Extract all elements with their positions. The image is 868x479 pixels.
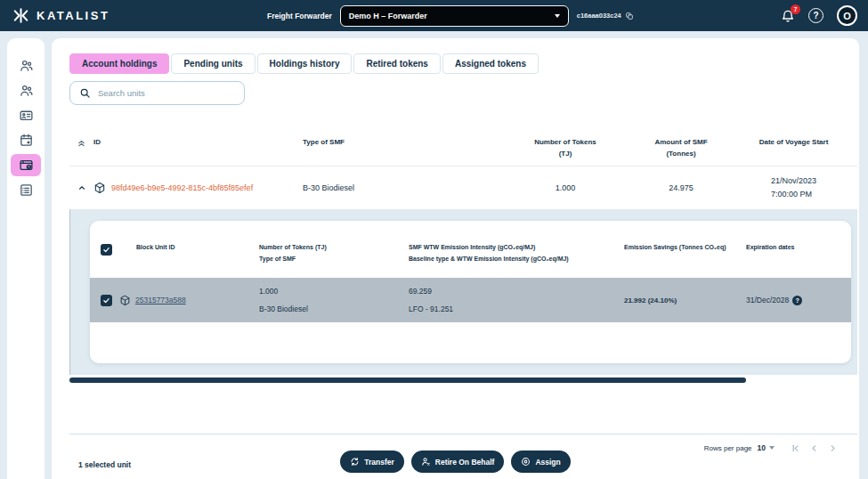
collapse-all-icon[interactable] bbox=[77, 138, 86, 148]
org-select-value: Demo H – Forwarder bbox=[349, 12, 427, 20]
sidebar-item-account-holdings[interactable] bbox=[11, 154, 41, 176]
search-box bbox=[69, 81, 245, 105]
id-card-icon bbox=[19, 108, 34, 123]
sidebar-item-users[interactable] bbox=[11, 54, 41, 77]
brand: KATALIST bbox=[12, 0, 110, 31]
sidebar bbox=[7, 38, 45, 479]
avatar[interactable]: O bbox=[837, 5, 857, 26]
cell-tokens-type: 1.000 B-30 Biodiesel bbox=[255, 287, 402, 313]
col-header-intensity-baseline: SMF WTW Emission Intensity (gCO₂eq/MJ) B… bbox=[402, 244, 624, 278]
copy-icon[interactable] bbox=[625, 12, 634, 20]
select-all-checkbox[interactable] bbox=[101, 244, 112, 256]
col-header-block-unit-id: Block Unit ID bbox=[119, 244, 255, 278]
chevron-up-icon[interactable] bbox=[77, 183, 86, 192]
col-header-savings: Emission Savings (Tonnes CO₂eq) bbox=[624, 244, 735, 278]
cell-type: B-30 Biodiesel bbox=[303, 183, 499, 192]
retire-on-behalf-button[interactable]: Retire On Behalf bbox=[411, 451, 505, 473]
holdings-wallet-icon bbox=[19, 158, 34, 173]
block-unit-id-link[interactable]: 25315773a588 bbox=[135, 296, 186, 304]
col-header-amount: Amount of SMF (Tonnes) bbox=[632, 138, 730, 158]
action-buttons: Transfer Retire On Behalf Assign bbox=[52, 451, 859, 473]
target-circle-icon bbox=[521, 457, 531, 467]
users-group-icon bbox=[19, 83, 34, 98]
person-remove-icon bbox=[421, 457, 431, 467]
search-input[interactable] bbox=[98, 88, 235, 98]
col-header-id: ID bbox=[93, 138, 303, 146]
holdings-table-header: ID Type of SMF Number of Tokens (TJ) Amo… bbox=[69, 138, 857, 158]
col-header-date: Date of Voyage Start bbox=[730, 138, 857, 146]
calendar-icon bbox=[19, 133, 34, 148]
tab-assigned-tokens[interactable]: Assigned tokens bbox=[442, 53, 539, 74]
tab-pending-units[interactable]: Pending units bbox=[171, 53, 255, 74]
horizontal-scrollbar[interactable] bbox=[69, 378, 746, 383]
org-select[interactable]: Demo H – Forwarder bbox=[340, 5, 569, 27]
table-row[interactable]: 98fd49e6-b9e5-4992-815c-4bf85f85efef B-3… bbox=[69, 166, 857, 209]
sidebar-item-id-card[interactable] bbox=[11, 104, 41, 126]
tab-retired-tokens[interactable]: Retired tokens bbox=[353, 53, 440, 74]
cell-savings: 21.992 (24.10%) bbox=[624, 296, 735, 304]
sidebar-item-calendar[interactable] bbox=[11, 129, 41, 151]
cell-expiration: 31/Dec/2028 ? bbox=[735, 296, 851, 305]
col-header-tokens: Number of Tokens (TJ) bbox=[499, 138, 632, 158]
cell-date: 21/Nov/2023 7:00:00 PM bbox=[730, 175, 857, 201]
chevron-down-icon bbox=[769, 446, 775, 450]
tab-holdings-history[interactable]: Holdings history bbox=[257, 53, 353, 74]
search-icon bbox=[79, 87, 91, 99]
brand-name: KATALIST bbox=[37, 9, 110, 22]
notifications-bell-icon[interactable]: 7 bbox=[781, 9, 795, 23]
account-id-group: c16aaa033c24 bbox=[577, 12, 634, 20]
role-label: Freight Forwarder bbox=[267, 12, 332, 20]
cell-tokens: 1.000 bbox=[499, 183, 632, 192]
sidebar-item-registry-list[interactable] bbox=[11, 179, 41, 201]
col-header-tokens-type: Number of Tokens (TJ) Type of SMF bbox=[255, 244, 402, 278]
block-units-header: Block Unit ID Number of Tokens (TJ) Type… bbox=[90, 221, 851, 278]
expiration-help-icon[interactable]: ? bbox=[792, 296, 802, 305]
cell-amount: 24.975 bbox=[632, 183, 730, 192]
sidebar-item-partners[interactable] bbox=[11, 79, 41, 101]
assign-button[interactable]: Assign bbox=[511, 451, 570, 473]
cell-intensity-baseline: 69.259 LFO - 91.251 bbox=[402, 287, 624, 313]
users-icon bbox=[19, 58, 34, 73]
unit-id-link[interactable]: 98fd49e6-b9e5-4992-815c-4bf85f85efef bbox=[111, 183, 253, 192]
top-header-bar: KATALIST Freight Forwarder Demo H – Forw… bbox=[0, 0, 868, 31]
tab-bar: Account holdings Pending units Holdings … bbox=[69, 53, 539, 74]
list-icon bbox=[19, 183, 34, 198]
expanded-block-units-section: Block Unit ID Number of Tokens (TJ) Type… bbox=[69, 209, 857, 375]
account-id: c16aaa033c24 bbox=[577, 12, 621, 20]
block-unit-row-selected[interactable]: 25315773a588 1.000 B-30 Biodiesel 69.259… bbox=[90, 278, 851, 322]
katalist-logo-icon bbox=[12, 7, 29, 24]
block-units-card: Block Unit ID Number of Tokens (TJ) Type… bbox=[90, 221, 851, 363]
header-right: 7 ? O bbox=[781, 0, 857, 31]
col-header-type: Type of SMF bbox=[303, 138, 499, 146]
row-checkbox[interactable] bbox=[101, 295, 112, 306]
notification-count-badge: 7 bbox=[791, 4, 800, 14]
header-center: Freight Forwarder Demo H – Forwarder c16… bbox=[267, 0, 634, 31]
col-header-expiration: Expiration dates bbox=[735, 244, 851, 278]
main-panel: Account holdings Pending units Holdings … bbox=[52, 38, 859, 479]
package-cube-icon bbox=[93, 182, 106, 194]
chevron-down-icon bbox=[555, 14, 560, 18]
tab-account-holdings[interactable]: Account holdings bbox=[69, 53, 169, 74]
footer-divider bbox=[69, 434, 857, 434]
transfer-rotate-icon bbox=[350, 457, 360, 467]
package-cube-icon bbox=[119, 295, 131, 306]
transfer-button[interactable]: Transfer bbox=[340, 451, 404, 473]
help-icon[interactable]: ? bbox=[808, 8, 823, 23]
